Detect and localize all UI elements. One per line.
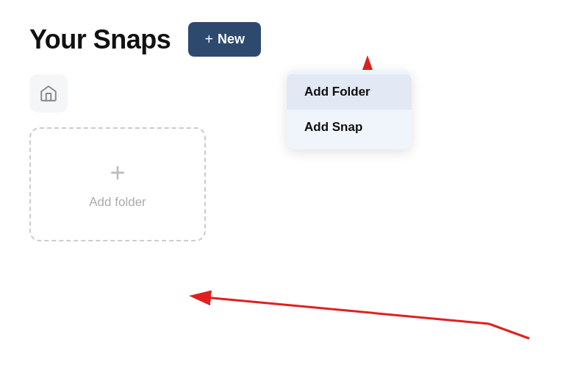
- add-folder-plus-icon: +: [110, 160, 125, 186]
- header-row: Your Snaps + New: [29, 22, 559, 57]
- plus-icon: +: [204, 31, 213, 48]
- svg-line-3: [204, 297, 489, 324]
- home-icon-box[interactable]: [29, 74, 68, 113]
- dropdown-item-add-snap[interactable]: Add Snap: [287, 110, 412, 145]
- page-container: Your Snaps + New + Add folder Add Folder…: [0, 0, 588, 376]
- dropdown-menu: Add Folder Add Snap: [287, 70, 412, 149]
- page-title: Your Snaps: [29, 24, 171, 55]
- add-folder-label: Add folder: [89, 195, 146, 210]
- dropdown-item-add-folder[interactable]: Add Folder: [287, 74, 412, 110]
- new-button[interactable]: + New: [188, 22, 261, 57]
- home-icon: [39, 84, 58, 103]
- new-button-label: New: [218, 32, 245, 47]
- add-folder-card[interactable]: + Add folder: [29, 127, 206, 241]
- svg-line-4: [489, 324, 529, 338]
